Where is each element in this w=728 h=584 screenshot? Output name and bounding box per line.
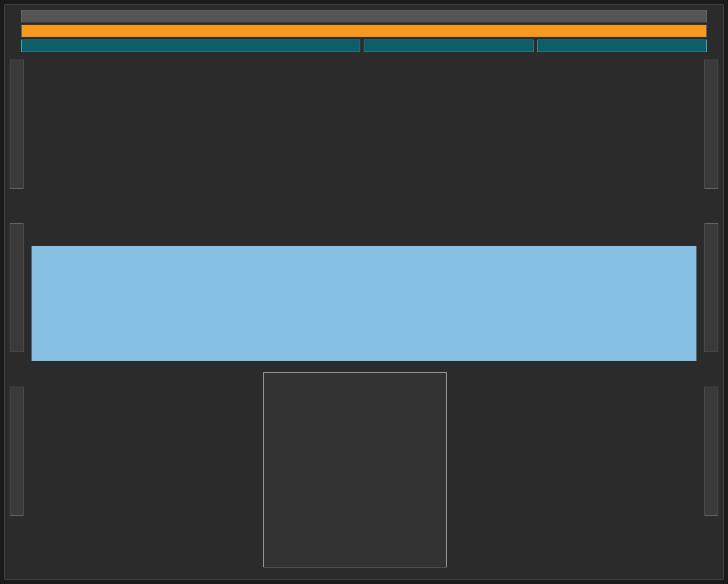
nvdec-block <box>537 40 707 52</box>
nvenc-block <box>364 40 534 52</box>
memory-controller <box>10 387 24 516</box>
gpc-bottom <box>263 372 447 567</box>
gpc-row-top <box>32 57 696 240</box>
memory-controller <box>704 60 718 189</box>
gigathread-engine-bar <box>21 25 707 37</box>
memory-controller <box>10 223 24 352</box>
accelerator-row <box>21 40 707 52</box>
gpu-block-diagram <box>5 5 723 579</box>
memory-controller <box>10 60 24 189</box>
memory-controller <box>704 223 718 352</box>
optical-flow-accelerator <box>21 40 360 52</box>
l2-cache-block <box>32 246 696 361</box>
memory-controller <box>704 387 718 516</box>
pci-host-interface-bar <box>21 10 707 22</box>
